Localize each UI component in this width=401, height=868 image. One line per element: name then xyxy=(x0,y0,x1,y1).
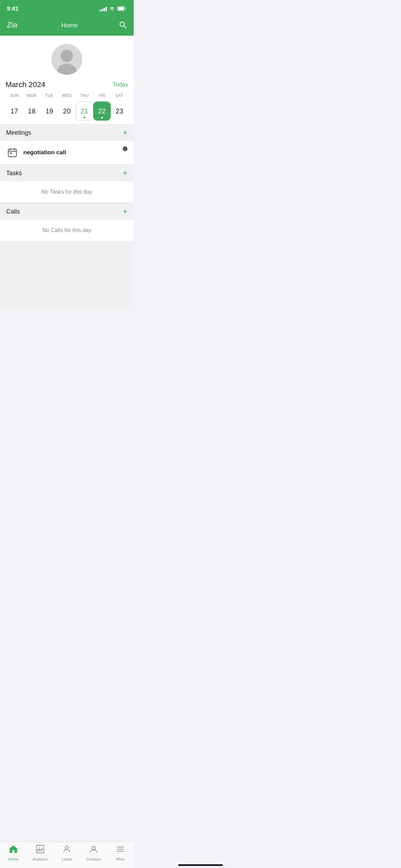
add-meeting-button[interactable]: + xyxy=(123,129,127,137)
meetings-title: Meetings xyxy=(6,129,31,136)
day-tue: TUE xyxy=(40,93,58,99)
calls-title: Calls xyxy=(6,208,20,215)
battery-icon xyxy=(117,6,127,12)
date-23[interactable]: 23 xyxy=(111,101,128,121)
status-bar: 9:41 xyxy=(0,0,134,16)
calendar-section: March 2024 Today SUN MON TUE WED THU FRI… xyxy=(0,80,134,124)
date-18[interactable]: 18 xyxy=(23,101,40,121)
date-20[interactable]: 20 xyxy=(58,101,75,121)
meeting-calendar-icon xyxy=(6,146,19,159)
zia-logo: Zia xyxy=(7,19,21,32)
calendar-dates: 17 18 19 20 21 22 23 xyxy=(5,101,128,121)
add-call-button[interactable]: + xyxy=(123,207,127,216)
meeting-item[interactable]: negotiation call xyxy=(0,141,134,165)
nav-bar: Zia Home xyxy=(0,16,134,36)
day-sun: SUN xyxy=(5,93,23,99)
avatar-section xyxy=(0,36,134,80)
svg-rect-7 xyxy=(8,149,16,157)
calendar-header: March 2024 Today xyxy=(5,80,128,89)
status-time: 9:41 xyxy=(7,5,19,12)
svg-line-4 xyxy=(124,26,126,28)
day-sat: SAT xyxy=(111,93,128,99)
status-icons xyxy=(99,6,127,12)
day-thu: THU xyxy=(76,93,93,99)
signal-icon xyxy=(99,7,107,11)
date-22[interactable]: 22 xyxy=(93,101,111,121)
svg-point-6 xyxy=(57,64,76,75)
add-task-button[interactable]: + xyxy=(123,169,127,177)
tasks-section-header: Tasks + xyxy=(0,165,134,181)
date-17[interactable]: 17 xyxy=(5,101,23,121)
calls-section-header: Calls + xyxy=(0,203,134,220)
date-19[interactable]: 19 xyxy=(40,101,58,121)
search-icon[interactable] xyxy=(119,21,127,31)
nav-title: Home xyxy=(61,22,78,29)
day-fri: FRI xyxy=(93,93,111,99)
tasks-empty: No Tasks for this day xyxy=(0,181,134,203)
calendar-month: March 2024 xyxy=(5,80,45,89)
svg-rect-11 xyxy=(10,153,12,154)
meeting-status-dot xyxy=(123,146,127,151)
wifi-icon xyxy=(109,6,115,12)
avatar xyxy=(51,44,82,75)
content-fill xyxy=(0,241,134,310)
calendar-days-header: SUN MON TUE WED THU FRI SAT xyxy=(5,93,128,99)
date-21[interactable]: 21 xyxy=(76,101,93,121)
tasks-title: Tasks xyxy=(6,170,22,177)
svg-rect-1 xyxy=(118,7,124,10)
today-button[interactable]: Today xyxy=(113,81,128,88)
calls-empty: No Calls for this day xyxy=(0,220,134,241)
meeting-title: negotiation call xyxy=(23,149,66,156)
meetings-section-header: Meetings + xyxy=(0,124,134,141)
day-mon: MON xyxy=(23,93,40,99)
day-wed: WED xyxy=(58,93,75,99)
svg-point-5 xyxy=(61,50,73,62)
svg-text:Zia: Zia xyxy=(7,21,17,29)
